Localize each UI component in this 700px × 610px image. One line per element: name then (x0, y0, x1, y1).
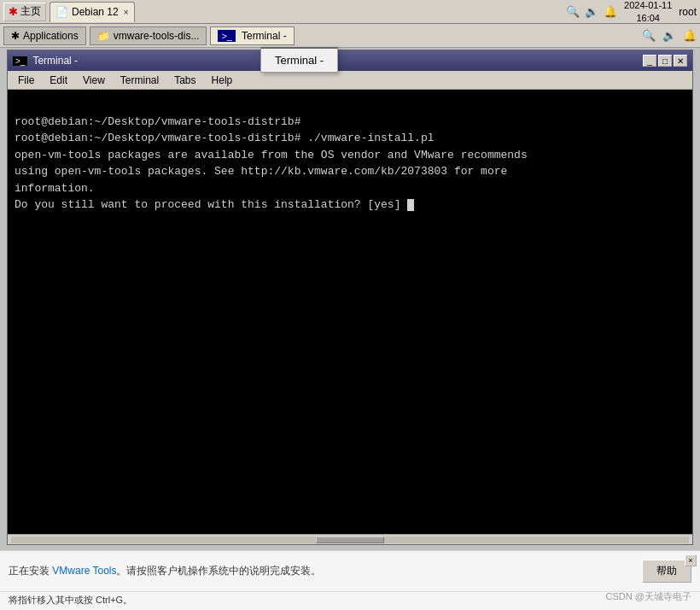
scrollbar-track[interactable] (11, 537, 689, 543)
taskbar-bell-icon[interactable]: 🔔 (683, 29, 697, 42)
status-bar: × 正在安装 VMware Tools。请按照客户机操作系统中的说明完成安装。 … (0, 550, 700, 610)
status-text-after: 。请按照客户机操作系统中的说明完成安装。 (116, 565, 321, 577)
menu-tabs[interactable]: Tabs (167, 73, 202, 88)
app-taskbar: ✱ Applications 📁 vmware-tools-dis... >_ … (0, 24, 700, 48)
terminal-dropdown-label: Terminal - (275, 54, 324, 67)
terminal-title-text: Terminal - (32, 55, 78, 67)
menu-file[interactable]: File (11, 73, 41, 88)
terminal-line-2: root@debian:~/Desktop/vmware-tools-distr… (15, 132, 434, 144)
search-icon[interactable]: 🔍 (566, 5, 580, 18)
start-button[interactable]: ✱ 主页 (3, 3, 46, 21)
status-close-button[interactable]: × (685, 554, 697, 566)
debian-tab-label: Debian 12 (72, 6, 119, 18)
vmware-tools-tab[interactable]: 📁 vmware-tools-dis... (90, 26, 207, 45)
taskbar-volume-icon[interactable]: 🔉 (662, 29, 676, 42)
menu-bar: File Edit View Terminal Tabs Help (8, 71, 692, 90)
minimize-button[interactable]: _ (643, 55, 656, 67)
close-button[interactable]: ✕ (674, 55, 687, 67)
taskbar-right: 🔍 🔉 🔔 2024-01-11 16:04 root (566, 0, 697, 24)
terminal-dropdown: Terminal - (260, 47, 338, 73)
status-bottom: 将指针移入其中或按 Ctrl+G。 (0, 591, 700, 610)
status-text-before: 正在安装 (9, 565, 52, 577)
terminal-title-icon: >_ (13, 56, 27, 66)
os-taskbar: ✱ 主页 📄 Debian 12 × 🔍 🔉 🔔 2024-01-11 16:0… (0, 0, 700, 24)
terminal-line-3: open-vm-tools packages are available fro… (15, 149, 528, 161)
volume-icon[interactable]: 🔉 (585, 5, 598, 18)
applications-tab[interactable]: ✱ Applications (3, 26, 86, 45)
terminal-tab-label: Terminal - (242, 30, 287, 42)
terminal-tab[interactable]: >_ Terminal - (210, 26, 294, 45)
watermark-text: CSDN @天城寺电子 (606, 591, 691, 601)
scrollbar-thumb[interactable] (316, 537, 384, 543)
status-top: 正在安装 VMware Tools。请按照客户机操作系统中的说明完成安装。 帮助 (0, 551, 700, 591)
start-icon: ✱ (9, 5, 18, 18)
date: 2024-01-11 16:04 (624, 0, 672, 24)
status-hint: 将指针移入其中或按 Ctrl+G。 (9, 595, 132, 605)
menu-terminal[interactable]: Terminal (114, 73, 166, 88)
terminal-line-1: root@debian:~/Desktop/vmware-tools-distr… (15, 115, 300, 128)
terminal-title-area: >_ Terminal - (13, 55, 78, 67)
home-tab-label: 主页 (20, 4, 41, 19)
status-message: 正在安装 VMware Tools。请按照客户机操作系统中的说明完成安装。 (9, 564, 635, 578)
debian-tab-icon: 📄 (55, 6, 68, 18)
terminal-window: >_ Terminal - _ □ ✕ File Edit View Termi… (7, 50, 693, 545)
menu-help[interactable]: Help (205, 73, 240, 88)
datetime-display: 2024-01-11 16:04 (624, 0, 672, 24)
applications-icon: ✱ (11, 30, 20, 42)
vmware-tools-label: vmware-tools-dis... (114, 30, 200, 42)
folder-icon: 📁 (97, 30, 110, 42)
debian-tab[interactable]: 📄 Debian 12 × (50, 2, 135, 22)
terminal-icon: >_ (218, 30, 236, 42)
menu-view[interactable]: View (76, 73, 112, 88)
taskbar-sys-icons: 🔍 🔉 🔔 (566, 5, 617, 18)
terminal-content[interactable]: root@debian:~/Desktop/vmware-tools-distr… (8, 90, 692, 544)
terminal-line-5: information. (15, 182, 95, 195)
terminal-line-4: using open-vm-tools packages. See http:/… (15, 165, 507, 178)
horizontal-scrollbar[interactable] (8, 534, 692, 544)
terminal-titlebar: >_ Terminal - _ □ ✕ (8, 50, 692, 71)
debian-tab-close[interactable]: × (124, 8, 129, 17)
bell-icon[interactable]: 🔔 (604, 5, 617, 18)
username: root (679, 6, 697, 18)
window-controls: _ □ ✕ (643, 55, 687, 67)
vmware-link: VMware Tools (52, 565, 116, 577)
terminal-line-6: Do you still want to proceed with this i… (15, 198, 407, 211)
maximize-button[interactable]: □ (658, 55, 672, 67)
close-icon: × (688, 556, 692, 565)
taskbar-search-icon[interactable]: 🔍 (642, 29, 656, 42)
applications-label: Applications (23, 30, 79, 42)
terminal-cursor (407, 199, 414, 211)
menu-edit[interactable]: Edit (43, 73, 74, 88)
watermark: CSDN @天城寺电子 (606, 590, 691, 603)
